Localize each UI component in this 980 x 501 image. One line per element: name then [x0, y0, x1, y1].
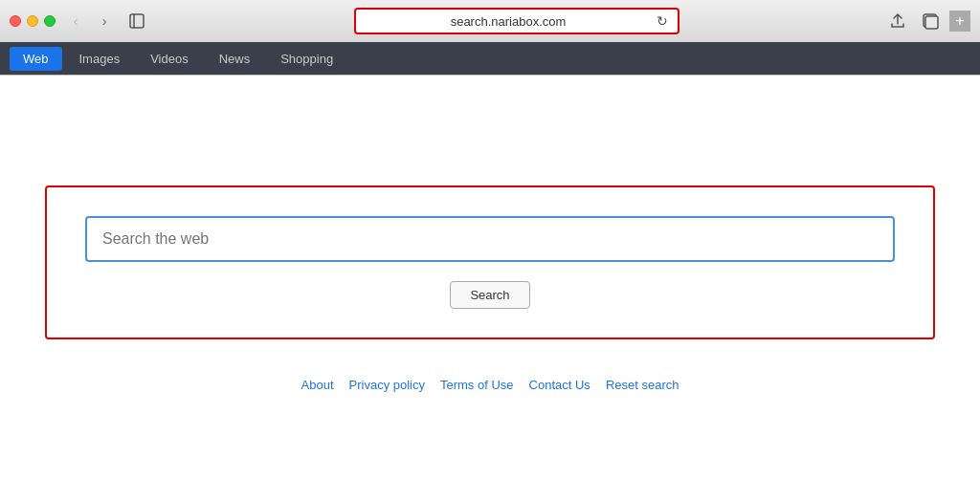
traffic-lights: [10, 15, 56, 27]
title-bar: ‹ › search.nariabox.com ↻: [0, 0, 980, 42]
share-icon: [889, 12, 906, 30]
svg-rect-3: [925, 16, 938, 29]
search-box-container: Search: [45, 185, 935, 339]
search-button[interactable]: Search: [450, 281, 529, 309]
tabs-button[interactable]: [917, 8, 944, 34]
footer-contact-link[interactable]: Contact Us: [529, 378, 590, 392]
page-content: Search About Privacy policy Terms of Use…: [0, 76, 980, 501]
footer-links: About Privacy policy Terms of Use Contac…: [301, 378, 679, 392]
nav-bar: Web Images Videos News Shopping: [0, 42, 980, 75]
navigation-buttons: ‹ ›: [63, 9, 117, 33]
new-tab-button[interactable]: +: [949, 11, 970, 32]
back-button[interactable]: ‹: [63, 9, 88, 33]
address-bar-container: search.nariabox.com ↻: [157, 8, 877, 34]
footer-terms-link[interactable]: Terms of Use: [440, 378, 514, 392]
browser-chrome: ‹ › search.nariabox.com ↻: [0, 0, 980, 76]
nav-tab-videos[interactable]: Videos: [137, 47, 202, 71]
browser-actions: +: [884, 8, 970, 34]
sidebar-toggle-button[interactable]: [124, 9, 149, 33]
forward-button[interactable]: ›: [92, 9, 117, 33]
maximize-window-button[interactable]: [44, 15, 56, 27]
nav-tab-web[interactable]: Web: [10, 47, 62, 71]
address-text: search.nariabox.com: [366, 14, 651, 29]
sidebar-icon: [129, 13, 145, 29]
reload-button[interactable]: ↻: [657, 13, 668, 29]
search-input[interactable]: [85, 216, 895, 262]
nav-tab-news[interactable]: News: [206, 47, 264, 71]
address-bar[interactable]: search.nariabox.com ↻: [354, 8, 679, 34]
footer-about-link[interactable]: About: [301, 378, 334, 392]
close-window-button[interactable]: [10, 15, 21, 27]
footer-reset-link[interactable]: Reset search: [606, 378, 679, 392]
share-button[interactable]: [884, 8, 911, 34]
minimize-window-button[interactable]: [27, 15, 38, 27]
nav-tab-shopping[interactable]: Shopping: [267, 47, 346, 71]
svg-rect-0: [130, 14, 144, 28]
footer-privacy-link[interactable]: Privacy policy: [349, 378, 425, 392]
nav-tab-images[interactable]: Images: [66, 47, 134, 71]
tabs-icon: [922, 12, 939, 30]
